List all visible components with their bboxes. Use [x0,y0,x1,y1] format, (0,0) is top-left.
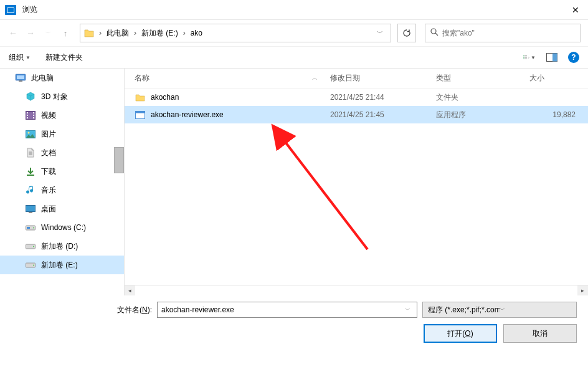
music-icon [25,185,36,195]
breadcrumb-item[interactable]: ako [188,29,205,37]
sidebar-item-label: 图片 [41,129,56,140]
folder-icon [84,29,94,37]
svg-rect-9 [552,54,557,62]
search-icon [430,28,439,38]
svg-rect-5 [524,57,527,58]
sort-indicator-icon: ︿ [312,74,318,82]
nav-up-icon[interactable]: ↑ [60,29,71,38]
sidebar-item-drive-c[interactable]: Windows (C:) [0,218,124,237]
chevron-right-icon[interactable]: › [182,29,187,37]
sidebar-item-drive-d[interactable]: 新加卷 (D:) [0,237,124,256]
svg-rect-19 [33,117,34,118]
sidebar-item-label: 下载 [41,166,56,177]
window-title: 浏览 [22,4,37,15]
desktop-icon [25,204,36,214]
sidebar-item-music[interactable]: 音乐 [0,181,124,199]
column-header-size[interactable]: 大小 [529,73,588,84]
app-icon [5,5,16,15]
filter-text: 程序 (*.exe;*.pif;*.com;*.bat;* [428,305,500,315]
column-header-date[interactable]: 修改日期 [330,73,436,84]
svg-point-30 [33,228,34,229]
svg-rect-3 [524,55,527,56]
document-icon [25,148,36,158]
view-options-icon[interactable]: ▼ [523,52,536,62]
column-header-name[interactable]: 名称 ︿ [125,73,330,84]
sidebar-item-downloads[interactable]: 下载 [0,162,124,181]
chevron-right-icon[interactable]: › [98,29,103,37]
chevron-right-icon[interactable]: › [133,29,138,37]
scrollbar-track[interactable] [135,285,577,296]
organize-menu[interactable]: 组织▼ [9,52,31,63]
filename-input-wrapper[interactable]: ﹀ [157,302,417,318]
chevron-down-icon[interactable]: ﹀ [402,306,413,314]
folder-icon [135,93,146,102]
file-list: akochan 2021/4/25 21:44 文件夹 akochan-revi… [125,89,588,285]
file-type-filter[interactable]: 程序 (*.exe;*.pif;*.com;*.bat;* ﹀ [422,302,577,318]
drive-icon [25,223,36,232]
svg-rect-4 [523,57,524,58]
close-button[interactable]: ✕ [568,2,583,17]
svg-point-21 [28,132,30,133]
column-headers: 名称 ︿ 修改日期 类型 大小 [125,69,588,89]
sidebar-item-label: 音乐 [41,185,56,196]
file-type: 文件夹 [436,92,529,103]
refresh-button[interactable] [397,24,416,42]
sidebar-item-3d-objects[interactable]: 3D 对象 [0,87,124,106]
svg-rect-2 [523,55,524,56]
filename-input[interactable] [161,305,402,314]
sidebar-item-documents[interactable]: 文档 [0,143,124,162]
svg-rect-7 [524,59,527,59]
address-dropdown-icon[interactable]: ﹀ [373,29,387,37]
cube-icon [25,92,36,102]
chevron-down-icon: ﹀ [500,306,571,314]
nav-recent-dropdown[interactable]: ﹀ [42,29,54,37]
svg-rect-26 [26,205,36,211]
scrollbar-thumb[interactable] [114,147,124,173]
sidebar-item-label: 新加卷 (D:) [41,241,78,252]
svg-rect-36 [136,111,145,113]
help-icon[interactable]: ? [568,52,579,63]
sidebar-item-drive-e[interactable]: 新加卷 (E:) [0,256,124,274]
address-bar[interactable]: › 此电脑 › 新加卷 (E:) › ako ﹀ [80,24,391,42]
breadcrumb: › 此电脑 › 新加卷 (E:) › ako [98,28,373,39]
svg-rect-27 [29,212,32,213]
drive-icon [25,260,36,270]
search-box[interactable] [425,24,581,42]
scroll-left-icon[interactable]: ◂ [125,285,135,296]
column-header-type[interactable]: 类型 [436,73,529,84]
sidebar: 此电脑 3D 对象 视频 图片 文档 下载 音乐 桌面 [0,69,125,295]
preview-pane-icon[interactable] [546,52,558,62]
nav-back-icon[interactable]: ← [7,28,19,38]
horizontal-scrollbar[interactable]: ◂ ▸ [125,285,588,295]
breadcrumb-item[interactable]: 此电脑 [104,28,131,39]
sidebar-item-this-pc[interactable]: 此电脑 [0,69,124,87]
sidebar-item-pictures[interactable]: 图片 [0,125,124,143]
application-icon [135,111,146,119]
picture-icon [25,129,36,139]
file-row-folder[interactable]: akochan 2021/4/25 21:44 文件夹 [125,89,588,106]
video-icon [25,110,36,120]
svg-line-1 [435,33,438,36]
sidebar-item-videos[interactable]: 视频 [0,106,124,125]
file-size: 19,882 [529,110,588,119]
sidebar-item-label: 3D 对象 [41,92,68,102]
file-name: akochan-reviewer.exe [151,110,330,119]
nav-forward-icon[interactable]: → [25,28,36,38]
scroll-right-icon[interactable]: ▸ [577,285,588,296]
svg-rect-11 [17,75,24,79]
cancel-button[interactable]: 取消 [503,324,577,343]
svg-rect-6 [523,59,524,59]
sidebar-item-desktop[interactable]: 桌面 [0,199,124,218]
file-row-exe[interactable]: akochan-reviewer.exe 2021/4/25 21:45 应用程… [125,106,588,123]
breadcrumb-item[interactable]: 新加卷 (E:) [139,28,181,39]
sidebar-item-label: 桌面 [41,204,56,214]
drive-icon [25,241,36,251]
svg-rect-17 [33,112,34,113]
new-folder-button[interactable]: 新建文件夹 [45,52,83,63]
sidebar-item-label: 文档 [41,148,56,158]
search-input[interactable] [442,29,575,37]
file-type: 应用程序 [436,110,529,120]
open-button[interactable]: 打开(O) [424,324,497,343]
sidebar-item-label: 视频 [41,110,56,121]
svg-point-0 [431,29,436,34]
